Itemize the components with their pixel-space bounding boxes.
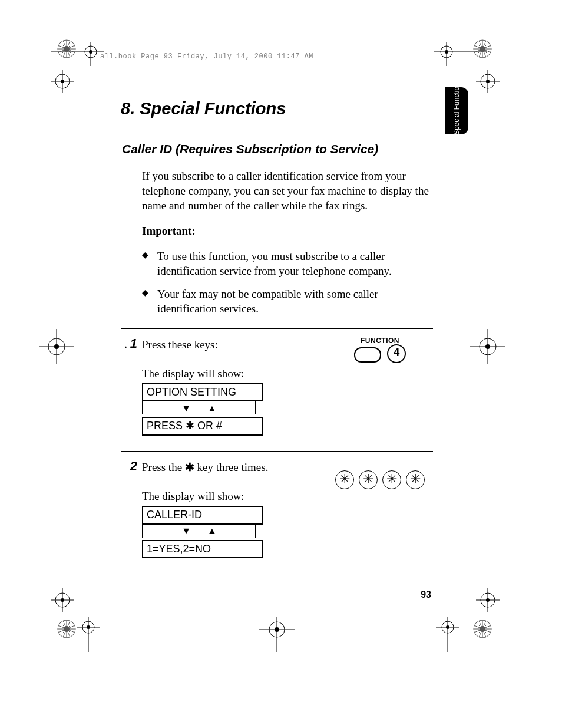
chapter-title: 8. Special Functions — [121, 100, 433, 118]
star-button-icon: ✳ — [406, 470, 425, 489]
svg-point-23 — [485, 344, 490, 349]
registration-mark-top-right-2 — [476, 70, 500, 93]
content-frame: 8. Special Functions Caller ID (Requires… — [121, 77, 433, 595]
svg-point-11 — [61, 80, 64, 83]
svg-point-63 — [480, 46, 485, 52]
running-header: all.book Page 93 Friday, July 14, 2000 1… — [100, 52, 313, 61]
lcd-line-1: CALLER-ID — [142, 506, 263, 525]
step-divider — [121, 451, 433, 452]
corner-wheel-icon — [57, 619, 77, 641]
list-item: To use this function, you must subscribe… — [142, 249, 433, 278]
arrow-up-icon: ▲ — [207, 402, 217, 414]
registration-mark-bot-left-2 — [51, 588, 74, 612]
section-title: Caller ID (Requires Subscription to Serv… — [122, 142, 433, 156]
display-label: The display will show: — [142, 489, 327, 503]
svg-point-3 — [89, 50, 92, 54]
function-button-icon — [354, 347, 381, 363]
star-button-icon: ✳ — [359, 470, 378, 489]
corner-wheel-icon — [57, 39, 77, 61]
corner-wheel-icon — [472, 39, 492, 61]
svg-point-43 — [275, 627, 279, 632]
important-label: Important: — [142, 225, 433, 238]
registration-mark-mid-left — [39, 329, 74, 364]
svg-point-39 — [446, 625, 449, 629]
step-number: 1 — [130, 336, 137, 351]
registration-mark-bot-left — [77, 617, 100, 652]
star-button-icon: ✳ — [382, 470, 401, 489]
intro-paragraph: If you subscribe to a caller identificat… — [142, 169, 433, 213]
list-item: Your fax may not be compatible with some… — [142, 286, 433, 316]
step-text: Press the ✱ key three times. — [142, 460, 327, 475]
svg-point-73 — [64, 626, 70, 632]
step-divider — [121, 328, 433, 329]
lcd-line-2: 1=YES,2=NO — [142, 540, 263, 559]
leading-dot: . — [124, 338, 130, 350]
registration-mark-bot-right — [436, 617, 459, 652]
thumb-tab-label: 8. Special Functions — [453, 79, 461, 143]
svg-point-83 — [480, 626, 485, 632]
star-button-icon: ✳ — [335, 470, 354, 489]
arrow-up-icon: ▲ — [207, 525, 217, 537]
registration-mark-bot-center — [259, 617, 295, 652]
steps: . 1 Press these keys: The display will s… — [121, 328, 433, 559]
lcd-arrows: ▼ ▲ — [142, 401, 256, 414]
number-4-button-icon: 4 — [387, 344, 406, 363]
svg-point-19 — [54, 344, 59, 349]
step-number: 2 — [130, 459, 137, 473]
step-text: Press these keys: — [142, 337, 327, 352]
registration-mark-bot-right-2 — [476, 588, 500, 612]
page: all.book Page 93 Friday, July 14, 2000 1… — [0, 0, 562, 728]
arrow-down-icon: ▼ — [181, 525, 191, 537]
star-glyph: ✱ — [185, 461, 194, 473]
important-list: To use this function, you must subscribe… — [142, 249, 433, 316]
step-keys: ✳ ✳ ✳ ✳ — [327, 460, 433, 558]
svg-point-27 — [61, 598, 64, 602]
step-keys: FUNCTION 4 — [327, 337, 433, 436]
step-1: . 1 Press these keys: The display will s… — [121, 337, 433, 436]
step-number-col: . 1 — [121, 337, 142, 436]
registration-mark-mid-right — [470, 329, 505, 364]
step-body: Press these keys: The display will show:… — [142, 337, 327, 436]
lcd-arrows: ▼ ▲ — [142, 525, 256, 538]
registration-mark-top-left-2 — [51, 70, 74, 93]
svg-point-53 — [64, 46, 70, 52]
lcd-line-1: OPTION SETTING — [142, 383, 263, 402]
thumb-tab: 8. Special Functions — [445, 87, 468, 134]
svg-point-15 — [486, 80, 490, 83]
step-2: 2 Press the ✱ key three times. The displ… — [121, 460, 433, 558]
display-label: The display will show: — [142, 366, 327, 381]
function-key-label: FUNCTION — [327, 337, 433, 344]
step-number-col: 2 — [121, 460, 142, 558]
svg-point-35 — [87, 625, 90, 629]
step-body: Press the ✱ key three times. The display… — [142, 460, 327, 558]
lcd-line-2: PRESS ✱ OR # — [142, 417, 263, 436]
svg-point-31 — [486, 598, 490, 602]
corner-wheel-icon — [472, 619, 492, 641]
arrow-down-icon: ▼ — [181, 402, 191, 414]
svg-point-7 — [445, 50, 448, 54]
